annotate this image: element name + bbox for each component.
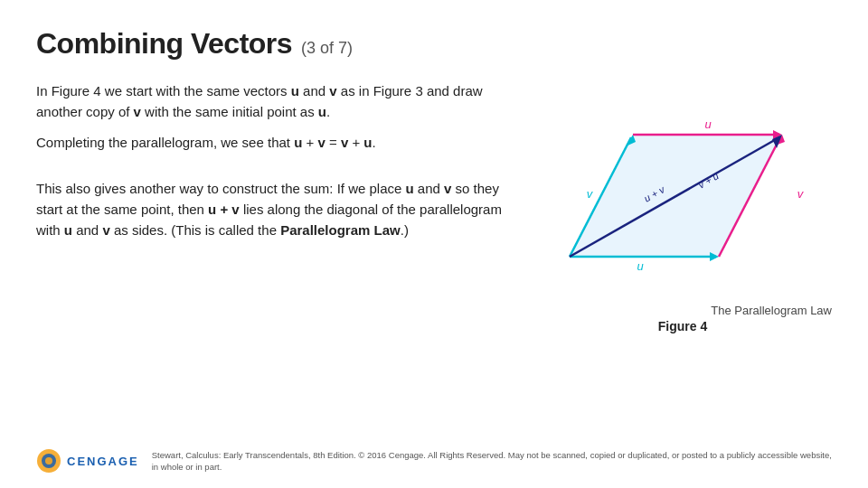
paragraph-1: In Figure 4 we start with the same vecto… [36, 80, 515, 123]
cengage-label: CENGAGE [67, 455, 139, 468]
diagram-column: u v v u u + [533, 80, 832, 333]
footer-copyright: Stewart, Calculus: Early Transcendentals… [152, 449, 832, 474]
svg-text:u: u [704, 117, 711, 131]
svg-text:v: v [797, 187, 805, 201]
cengage-icon-svg [36, 448, 61, 474]
paragraph-3: This also gives another way to construct… [36, 178, 515, 241]
text-column: In Figure 4 we start with the same vecto… [36, 80, 515, 333]
figure-caption: The Parallelogram Law [533, 304, 832, 317]
parallelogram-diagram: u v v u u + [542, 89, 823, 300]
cengage-logo: CENGAGE [36, 448, 139, 474]
paragraph-2: Completing the parallelogram, we see tha… [36, 132, 515, 153]
svg-text:v: v [587, 187, 594, 201]
slide-title: Combining Vectors [36, 27, 292, 61]
title-row: Combining Vectors (3 of 7) [36, 27, 832, 61]
content-area: In Figure 4 we start with the same vecto… [36, 80, 832, 333]
slide-subtitle: (3 of 7) [301, 39, 353, 58]
diagram-svg: u v v u u + [542, 89, 823, 297]
svg-text:u: u [637, 259, 643, 273]
figure-number: Figure 4 [658, 319, 707, 333]
svg-point-19 [45, 457, 52, 465]
slide: Combining Vectors (3 of 7) In Figure 4 w… [0, 0, 868, 488]
footer: CENGAGE Stewart, Calculus: Early Transce… [0, 448, 868, 474]
